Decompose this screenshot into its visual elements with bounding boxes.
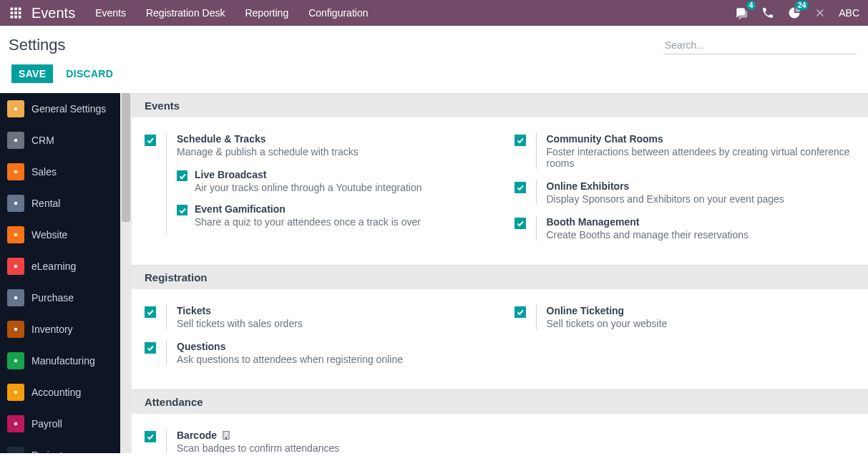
subsetting-gamification: Event Gamification Share a quiz to your … <box>177 200 486 235</box>
crm-icon <box>7 132 24 149</box>
settings-sidebar: General SettingsCRMSalesRentalWebsiteeLe… <box>0 93 120 453</box>
sidebar-item-payroll[interactable]: Payroll <box>0 408 120 440</box>
sidebar-item-label: Rental <box>31 198 60 209</box>
close-icon[interactable] <box>814 7 826 19</box>
setting-desc: Scan badges to confirm attendances <box>177 442 486 453</box>
svg-rect-8 <box>19 16 21 19</box>
sidebar-item-rental[interactable]: Rental <box>0 188 120 219</box>
sidebar-item-accounting[interactable]: Accounting <box>0 377 120 408</box>
sidebar-item-label: Manufacturing <box>31 355 95 367</box>
checkbox-gamification[interactable] <box>177 205 187 215</box>
setting-title: Questions <box>177 341 486 352</box>
svg-point-19 <box>14 422 18 426</box>
checkbox-chat-rooms[interactable] <box>515 135 526 146</box>
section-events-header: Events <box>132 93 868 117</box>
sidebar-item-label: Accounting <box>31 387 81 398</box>
svg-rect-0 <box>11 8 14 11</box>
sidebar-item-website[interactable]: Website <box>0 219 120 251</box>
inventory-icon <box>7 321 24 338</box>
sidebar-item-purchase[interactable]: Purchase <box>0 282 120 314</box>
svg-rect-7 <box>14 16 17 19</box>
sidebar-item-label: eLearning <box>31 261 76 272</box>
svg-point-12 <box>14 202 18 205</box>
enterprise-icon <box>221 430 231 440</box>
setting-desc: Air your tracks online through a Youtube… <box>195 182 422 193</box>
setting-title: Event Gamification <box>195 203 421 215</box>
sidebar-item-label: Website <box>31 229 67 241</box>
user-menu[interactable]: ABC <box>839 7 859 19</box>
setting-title: Schedule & Tracks <box>177 133 486 145</box>
setting-desc: Create Booths and manage their reservati… <box>547 229 856 241</box>
setting-desc: Foster interactions between attendees by… <box>547 146 856 169</box>
sidebar-item-label: Sales <box>31 166 57 178</box>
setting-schedule-tracks: Schedule & Tracks Manage & publish a sch… <box>145 130 486 243</box>
activity-icon[interactable]: 24 <box>787 6 801 20</box>
setting-desc: Manage & publish a schedule with tracks <box>177 146 486 157</box>
svg-rect-1 <box>14 8 17 11</box>
menu-events[interactable]: Events <box>95 7 126 19</box>
checkbox-live-broadcast[interactable] <box>177 170 187 181</box>
setting-questions: Questions Ask questions to attendees whe… <box>145 338 486 374</box>
setting-desc: Sell tickets with sales orders <box>177 318 486 329</box>
setting-barcode: Barcode Scan badges to confirm attendanc… <box>145 427 486 453</box>
sidebar-item-elearning[interactable]: eLearning <box>0 251 120 282</box>
setting-tickets: Tickets Sell tickets with sales orders <box>145 302 486 338</box>
checkbox-online-ticketing[interactable] <box>515 306 526 318</box>
activity-badge: 24 <box>795 1 809 10</box>
brand-title[interactable]: Events <box>31 5 75 21</box>
sidebar-item-project[interactable]: Project <box>0 440 120 453</box>
sales-icon <box>7 163 24 180</box>
settings-content: Events Schedule & Tracks Manage & publis… <box>132 93 868 453</box>
chat-icon[interactable]: 4 <box>734 6 748 20</box>
setting-title: Booth Management <box>547 216 856 228</box>
setting-online-ticketing: Online Ticketing Sell tickets on your we… <box>515 302 856 338</box>
sidebar-item-crm[interactable]: CRM <box>0 125 120 156</box>
website-icon <box>7 226 24 243</box>
section-registration-header: Registration <box>132 265 868 289</box>
sidebar-item-sales[interactable]: Sales <box>0 156 120 188</box>
checkbox-tickets[interactable] <box>145 306 156 318</box>
svg-rect-22 <box>223 432 229 440</box>
subheader: Settings <box>0 26 868 54</box>
menu-configuration[interactable]: Configuration <box>308 7 368 19</box>
general-settings-icon <box>7 100 24 117</box>
setting-title: Tickets <box>177 305 486 316</box>
checkbox-barcode[interactable] <box>145 431 156 442</box>
sidebar-item-label: General Settings <box>31 103 106 115</box>
project-icon <box>7 447 24 453</box>
setting-title: Online Exhibitors <box>547 180 856 192</box>
search-input[interactable] <box>663 37 857 54</box>
barcode-label: Barcode <box>177 430 217 441</box>
checkbox-questions[interactable] <box>145 342 156 354</box>
menu-registration-desk[interactable]: Registration Desk <box>146 7 225 19</box>
apps-icon[interactable] <box>9 6 23 20</box>
manufacturing-icon <box>7 352 24 369</box>
discard-button[interactable]: DISCARD <box>66 68 113 79</box>
setting-desc: Share a quiz to your attendees once a tr… <box>195 216 421 228</box>
svg-rect-29 <box>225 437 226 439</box>
sidebar-item-manufacturing[interactable]: Manufacturing <box>0 345 120 377</box>
save-button[interactable]: SAVE <box>11 64 53 83</box>
svg-point-16 <box>14 328 18 331</box>
sidebar-scrollbar[interactable] <box>120 93 132 453</box>
payroll-icon <box>7 415 24 432</box>
menu-reporting[interactable]: Reporting <box>245 7 288 19</box>
sidebar-item-general-settings[interactable]: General Settings <box>0 93 120 125</box>
svg-rect-5 <box>19 11 21 14</box>
phone-icon[interactable] <box>761 6 774 19</box>
sidebar-item-label: Inventory <box>31 324 73 335</box>
setting-booth: Booth Management Create Booths and manag… <box>515 213 856 249</box>
section-attendance-header: Attendance <box>132 389 868 414</box>
accounting-icon <box>7 384 24 401</box>
checkbox-booth[interactable] <box>515 218 526 229</box>
sidebar-item-label: Project <box>31 450 63 453</box>
purchase-icon <box>7 289 24 306</box>
navbar: Events Events Registration Desk Reportin… <box>0 0 868 26</box>
checkbox-schedule-tracks[interactable] <box>145 135 156 146</box>
svg-rect-4 <box>14 11 17 14</box>
sidebar-item-label: Payroll <box>31 418 62 430</box>
checkbox-online-exhibitors[interactable] <box>515 182 526 193</box>
sidebar-item-inventory[interactable]: Inventory <box>0 314 120 345</box>
svg-rect-6 <box>11 16 14 19</box>
action-bar: SAVE DISCARD <box>0 54 868 93</box>
